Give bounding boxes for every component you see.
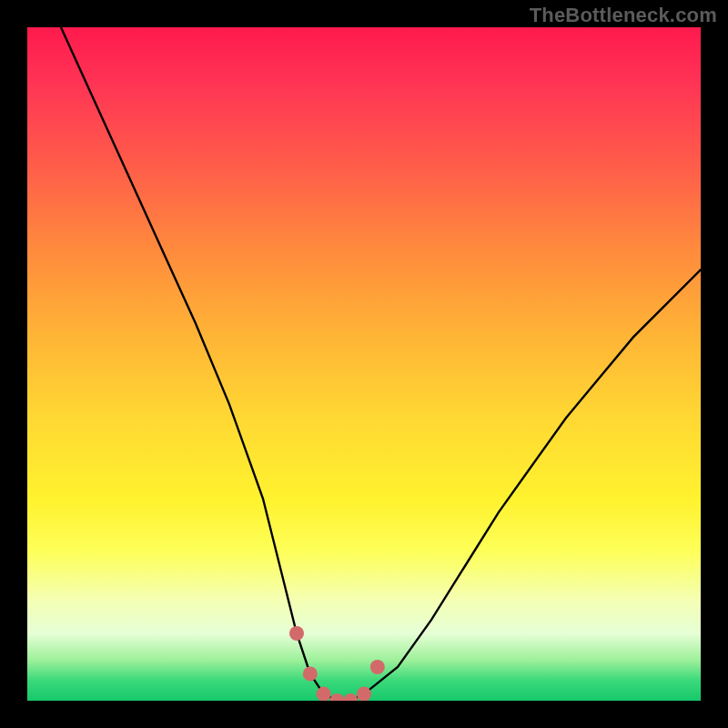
highlight-marker: [303, 666, 318, 681]
highlight-marker: [370, 660, 385, 674]
plot-area: [27, 27, 701, 701]
bottleneck-curve-line: [61, 27, 701, 701]
chart-frame: TheBottleneck.com: [0, 0, 728, 728]
watermark-text: TheBottleneck.com: [530, 4, 717, 27]
chart-svg: [27, 27, 701, 701]
highlight-marker: [357, 687, 371, 701]
highlight-marker: [317, 687, 331, 701]
highlight-marker: [329, 693, 344, 701]
highlight-marker: [343, 693, 358, 701]
highlight-marker: [289, 626, 304, 641]
curve-group: [61, 27, 701, 701]
